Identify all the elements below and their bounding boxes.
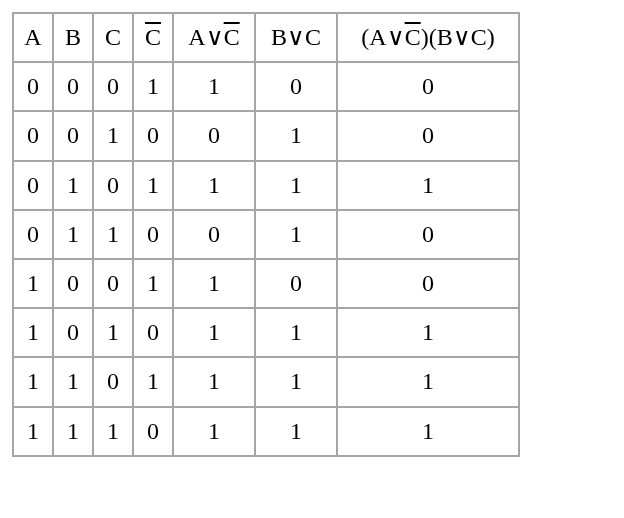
cell: 1 <box>13 357 53 406</box>
cell: 0 <box>337 111 519 160</box>
cell: 0 <box>53 308 93 357</box>
cell: 1 <box>93 111 133 160</box>
cell: 1 <box>173 308 255 357</box>
cell: 0 <box>173 210 255 259</box>
col-header-result: (A∨C)(B∨C) <box>337 13 519 62</box>
cell: 1 <box>173 62 255 111</box>
cell: 1 <box>133 62 173 111</box>
cell: 1 <box>13 407 53 456</box>
col-header-Cbar: C <box>133 13 173 62</box>
cell: 0 <box>93 161 133 210</box>
cell: 0 <box>13 210 53 259</box>
table-row: 0 1 0 1 1 1 1 <box>13 161 519 210</box>
text-paren-rest: )(B∨C) <box>421 24 495 50</box>
overline-C-3: C <box>405 24 421 50</box>
cell: 0 <box>13 161 53 210</box>
cell: 0 <box>13 62 53 111</box>
truth-table: A B C C A∨C B∨C (A∨C)(B∨C) 0 0 0 1 1 0 0… <box>12 12 520 457</box>
cell: 1 <box>173 161 255 210</box>
cell: 1 <box>337 407 519 456</box>
cell: 1 <box>133 161 173 210</box>
cell: 0 <box>173 111 255 160</box>
cell: 0 <box>13 111 53 160</box>
cell: 0 <box>133 407 173 456</box>
table-row: 1 0 0 1 1 0 0 <box>13 259 519 308</box>
cell: 1 <box>133 357 173 406</box>
table-row: 1 1 0 1 1 1 1 <box>13 357 519 406</box>
cell: 1 <box>173 407 255 456</box>
cell: 1 <box>255 308 337 357</box>
table-row: 0 0 0 1 1 0 0 <box>13 62 519 111</box>
cell: 1 <box>93 210 133 259</box>
cell: 0 <box>337 62 519 111</box>
cell: 0 <box>93 357 133 406</box>
cell: 1 <box>13 308 53 357</box>
cell: 0 <box>255 62 337 111</box>
cell: 1 <box>255 161 337 210</box>
cell: 1 <box>53 161 93 210</box>
col-header-A: A <box>13 13 53 62</box>
cell: 0 <box>133 308 173 357</box>
table-row: 1 1 1 0 1 1 1 <box>13 407 519 456</box>
cell: 1 <box>53 357 93 406</box>
cell: 0 <box>53 111 93 160</box>
overline-C: C <box>145 24 161 50</box>
cell: 1 <box>255 111 337 160</box>
cell: 1 <box>133 259 173 308</box>
col-header-B-or-C: B∨C <box>255 13 337 62</box>
cell: 1 <box>173 259 255 308</box>
cell: 0 <box>337 259 519 308</box>
cell: 1 <box>53 407 93 456</box>
text-paren-A-or: (A∨ <box>361 24 404 50</box>
cell: 0 <box>133 210 173 259</box>
cell: 1 <box>53 210 93 259</box>
col-header-B: B <box>53 13 93 62</box>
table-row: 0 0 1 0 0 1 0 <box>13 111 519 160</box>
cell: 0 <box>255 259 337 308</box>
cell: 1 <box>255 210 337 259</box>
cell: 1 <box>337 161 519 210</box>
cell: 1 <box>13 259 53 308</box>
table-row: 0 1 1 0 0 1 0 <box>13 210 519 259</box>
cell: 1 <box>255 407 337 456</box>
cell: 0 <box>93 259 133 308</box>
cell: 0 <box>337 210 519 259</box>
cell: 1 <box>255 357 337 406</box>
table-row: 1 0 1 0 1 1 1 <box>13 308 519 357</box>
text-A-or: A∨ <box>188 24 223 50</box>
cell: 0 <box>133 111 173 160</box>
cell: 0 <box>53 62 93 111</box>
cell: 0 <box>93 62 133 111</box>
col-header-C: C <box>93 13 133 62</box>
cell: 1 <box>93 308 133 357</box>
cell: 1 <box>173 357 255 406</box>
col-header-A-or-Cbar: A∨C <box>173 13 255 62</box>
cell: 1 <box>337 308 519 357</box>
header-row: A B C C A∨C B∨C (A∨C)(B∨C) <box>13 13 519 62</box>
cell: 1 <box>337 357 519 406</box>
cell: 0 <box>53 259 93 308</box>
cell: 1 <box>93 407 133 456</box>
overline-C-2: C <box>224 24 240 50</box>
